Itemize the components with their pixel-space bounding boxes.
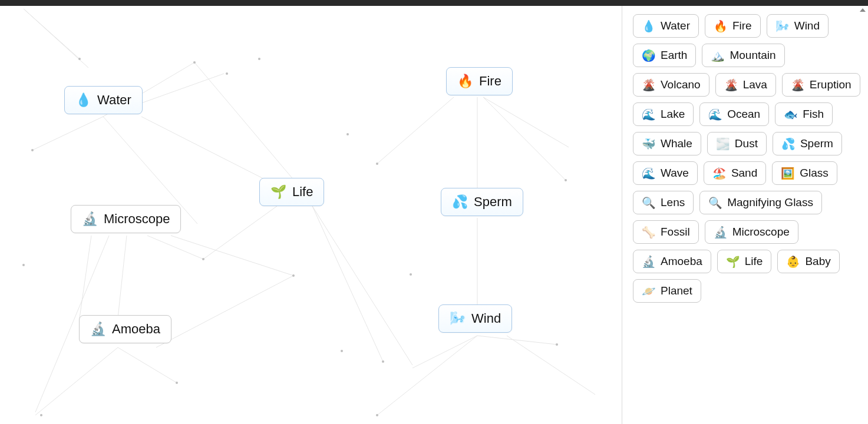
canvas-piece-water[interactable]: 💧Water [64,86,143,114]
svg-line-12 [80,236,91,318]
fire-icon: 🔥 [714,21,728,32]
svg-line-27 [507,336,595,395]
sand-icon: 🏖️ [712,168,727,179]
svg-point-30 [193,61,196,64]
piece-label: Sperm [474,194,512,210]
canvas-piece-amoeba[interactable]: 🔬Amoeba [79,315,171,343]
sidebar-item-lens[interactable]: 🔍Lens [633,191,694,214]
sidebar-item-eruption[interactable]: 🌋Eruption [782,73,860,97]
sidebar-item-earth[interactable]: 🌍Earth [633,44,696,67]
crafting-canvas[interactable]: 💧Water🔥Fire🌱Life🔬Microscope💦Sperm🔬Amoeba… [0,6,619,424]
sidebar-item-mountain[interactable]: 🏔️Mountain [702,44,784,67]
fire-icon: 🔥 [457,75,473,88]
piece-label: Amoeba [112,322,160,337]
svg-line-8 [203,206,277,259]
sidebar-item-label: Glass [800,167,829,180]
amoeba-icon: 🔬 [90,323,106,336]
sidebar-item-ocean[interactable]: 🌊Ocean [699,102,769,126]
svg-line-14 [147,236,203,259]
sidebar-item-label: Baby [805,255,830,268]
sidebar-item-label: Ocean [727,108,760,121]
browser-top-strip [0,0,868,6]
amoeba-icon: 🔬 [642,256,656,267]
svg-line-5 [141,74,224,103]
lava-icon: 🌋 [724,80,738,91]
svg-point-34 [376,163,378,165]
sidebar-item-wave[interactable]: 🌊Wave [633,161,698,185]
canvas-piece-microscope[interactable]: 🔬Microscope [71,205,181,233]
canvas-piece-wind[interactable]: 🌬️Wind [438,304,512,333]
scroll-up-arrow[interactable] [860,8,866,12]
ocean-icon: 🌊 [708,109,722,120]
sidebar-item-wind[interactable]: 🌬️Wind [767,14,829,38]
microscope-icon: 🔬 [82,213,98,226]
sidebar-item-dust[interactable]: 🌫️Dust [707,132,767,155]
svg-line-11 [118,236,127,318]
svg-line-26 [377,336,477,415]
sidebar-item-baby[interactable]: 👶Baby [777,250,839,273]
canvas-piece-fire[interactable]: 🔥Fire [446,67,513,95]
sidebar-item-lake[interactable]: 🌊Lake [633,102,694,126]
sidebar-item-label: Sperm [800,137,833,150]
svg-point-39 [410,273,412,276]
lake-icon: 🌊 [642,109,656,120]
svg-point-28 [31,149,34,151]
wind-icon: 🌬️ [775,21,790,32]
svg-line-20 [483,97,569,147]
sidebar-item-glass[interactable]: 🖼️Glass [772,161,837,185]
sidebar-item-amoeba[interactable]: 🔬Amoeba [633,250,711,273]
sidebar-item-planet[interactable]: 🪐Planet [633,279,701,303]
volcano-icon: 🌋 [642,80,656,91]
fish-icon: 🐟 [784,109,798,120]
canvas-piece-life[interactable]: 🌱Life [259,178,324,206]
svg-point-31 [226,72,228,75]
elements-sidebar[interactable]: 💧Water🔥Fire🌬️Wind🌍Earth🏔️Mountain🌋Volcan… [622,6,868,424]
svg-point-33 [346,133,349,135]
lens-icon: 🔍 [642,197,656,208]
canvas-piece-sperm[interactable]: 💦Sperm [441,188,523,216]
sidebar-item-label: Water [661,19,690,32]
magnifying-glass-icon: 🔍 [708,197,722,208]
fossil-icon: 🦴 [642,227,656,238]
piece-label: Fire [479,74,501,89]
sidebar-item-whale[interactable]: 🐳Whale [633,132,701,155]
svg-line-25 [477,336,557,344]
svg-line-19 [483,97,566,180]
sidebar-item-magnifying-glass[interactable]: 🔍Magnifying Glass [699,191,822,214]
sidebar-item-fire[interactable]: 🔥Fire [705,14,761,38]
svg-line-21 [377,97,454,164]
svg-line-6 [24,9,80,59]
sidebar-item-sperm[interactable]: 💦Sperm [773,132,842,155]
svg-point-29 [78,58,81,60]
sidebar-item-lava[interactable]: 🌋Lava [715,73,776,97]
sidebar-item-label: Wave [661,167,689,180]
scrollbar[interactable] [859,7,867,423]
life-icon: 🌱 [270,186,286,198]
svg-line-24 [412,336,477,368]
sidebar-item-fossil[interactable]: 🦴Fossil [633,220,699,244]
svg-line-17 [118,347,177,383]
sidebar-item-fish[interactable]: 🐟Fish [775,102,833,126]
water-icon: 💧 [75,94,91,107]
mountain-icon: 🏔️ [711,50,725,61]
sidebar-item-microscope[interactable]: 🔬Microscope [705,220,798,244]
sidebar-item-label: Lake [661,108,685,121]
sidebar-item-sand[interactable]: 🏖️Sand [704,161,766,185]
sidebar-item-label: Microscope [732,226,790,238]
sidebar-item-life[interactable]: 🌱Life [717,250,772,273]
piece-label: Wind [471,311,501,326]
sidebar-item-label: Lens [661,196,685,209]
svg-line-7 [194,62,293,180]
piece-label: Life [292,184,313,200]
svg-line-0 [24,9,88,68]
water-icon: 💧 [642,21,656,32]
sidebar-item-label: Lava [743,78,767,91]
sidebar-item-volcano[interactable]: 🌋Volcano [633,73,709,97]
sidebar-item-water[interactable]: 💧Water [633,14,699,38]
sperm-icon: 💦 [452,196,468,208]
svg-point-37 [292,274,295,277]
sidebar-item-label: Planet [661,284,692,297]
svg-point-43 [556,343,558,346]
sperm-icon: 💦 [781,138,796,150]
sidebar-item-label: Earth [661,49,687,62]
